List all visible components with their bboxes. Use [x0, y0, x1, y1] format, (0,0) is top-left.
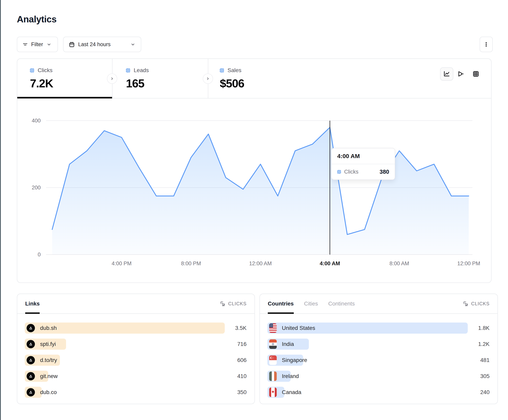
- tooltip-value: 380: [380, 169, 389, 175]
- filter-icon: [22, 42, 28, 47]
- date-range-button[interactable]: Last 24 hours: [63, 37, 141, 52]
- link-label: git.new: [40, 373, 58, 379]
- country-row[interactable]: India 1.2K: [267, 339, 490, 350]
- links-panel: Links CLICKS dub.sh 3.5K: [17, 294, 255, 404]
- line-chart-icon: [443, 70, 450, 78]
- kebab-menu-icon: [483, 42, 489, 47]
- dub-logo-icon: [27, 356, 35, 364]
- svg-text:0: 0: [38, 252, 41, 258]
- country-label: Ireland: [282, 373, 299, 379]
- flag-canada-icon: [269, 388, 277, 397]
- svg-text:4:00 AM: 4:00 AM: [320, 261, 340, 267]
- funnel-chart-icon[interactable]: [457, 70, 464, 78]
- leads-value: 165: [126, 77, 208, 90]
- clicks-label: Clicks: [38, 67, 52, 73]
- svg-text:4:00 PM: 4:00 PM: [112, 261, 132, 267]
- expand-clicks-button[interactable]: [107, 73, 117, 84]
- flag-india-icon: [269, 339, 277, 349]
- flag-singapore-icon: [269, 355, 277, 365]
- link-label: d.to/try: [40, 357, 57, 363]
- links-metric-selector[interactable]: CLICKS: [220, 301, 247, 307]
- country-label: Singapore: [282, 357, 307, 363]
- svg-text:12:00 PM: 12:00 PM: [457, 261, 480, 267]
- country-row[interactable]: Canada 240: [267, 387, 490, 398]
- svg-text:8:00 AM: 8:00 AM: [389, 261, 409, 267]
- links-rows: dub.sh 3.5K spti.fyi 716: [17, 314, 254, 398]
- active-tab-underline: [17, 97, 112, 98]
- cursor-click-icon: [220, 301, 226, 307]
- date-range-label: Last 24 hours: [78, 41, 111, 48]
- tab-sales[interactable]: Sales $506: [208, 59, 311, 98]
- country-label: India: [282, 341, 294, 347]
- tab-leads[interactable]: Leads 165: [112, 59, 208, 98]
- dub-logo-icon: [27, 372, 35, 380]
- metric-label-text: CLICKS: [471, 301, 490, 306]
- tab-clicks[interactable]: Clicks 7.2K: [17, 59, 112, 98]
- sales-legend-icon: [220, 68, 224, 72]
- link-row[interactable]: d.to/try 606: [25, 355, 247, 366]
- link-label: dub.co: [40, 389, 57, 395]
- svg-text:8:00 PM: 8:00 PM: [181, 261, 201, 267]
- sales-value: $506: [220, 77, 311, 90]
- calendar-icon: [69, 41, 75, 48]
- stats-tabs-row: Clicks 7.2K Leads 165 Sales $506: [17, 59, 491, 98]
- countries-panel: Countries Cities Continents CLICKS: [260, 294, 498, 404]
- countries-metric-selector[interactable]: CLICKS: [463, 301, 490, 307]
- country-row[interactable]: Singapore 481: [267, 355, 490, 366]
- filter-button[interactable]: Filter: [17, 37, 58, 52]
- chevron-down-icon: [46, 42, 52, 47]
- link-row[interactable]: dub.co 350: [25, 387, 247, 398]
- dub-logo-icon: [27, 340, 35, 348]
- chevron-right-icon: [206, 77, 210, 81]
- link-row[interactable]: dub.sh 3.5K: [25, 323, 247, 334]
- analytics-chart-card: Clicks 7.2K Leads 165 Sales $506: [17, 58, 492, 283]
- country-row[interactable]: United States 1.8K: [267, 323, 490, 334]
- expand-leads-button[interactable]: [203, 73, 213, 84]
- area-fill: [52, 127, 469, 254]
- tab-cities[interactable]: Cities: [304, 294, 318, 313]
- chevron-down-icon: [130, 42, 136, 47]
- countries-panel-header: Countries Cities Continents CLICKS: [260, 294, 498, 314]
- tooltip-series-label: Clicks: [344, 169, 359, 175]
- flag-united-states-icon: [269, 323, 277, 333]
- analytics-page: Analytics Filter Last 24 hours Cli: [0, 0, 508, 420]
- clicks-area-chart[interactable]: 400 200 0 4:00 PM 8:00 PM 12:00 AM 4:00 …: [17, 98, 492, 283]
- svg-text:200: 200: [32, 185, 41, 191]
- y-axis-ticks: 400 200 0: [32, 118, 41, 258]
- svg-text:400: 400: [32, 118, 41, 124]
- tab-links[interactable]: Links: [25, 294, 40, 313]
- link-row[interactable]: git.new 410: [25, 371, 247, 382]
- tab-continents[interactable]: Continents: [328, 294, 355, 313]
- dub-logo-icon: [27, 388, 35, 396]
- metric-label-text: CLICKS: [228, 301, 247, 306]
- more-options-button[interactable]: [480, 37, 493, 52]
- link-label: spti.fyi: [40, 341, 56, 347]
- links-panel-header: Links CLICKS: [17, 294, 254, 314]
- filter-button-label: Filter: [31, 41, 43, 48]
- leads-legend-icon: [126, 68, 130, 72]
- clicks-legend-icon: [337, 170, 341, 174]
- clicks-legend-icon: [30, 68, 34, 72]
- leads-label: Leads: [134, 67, 149, 73]
- dub-logo-icon: [27, 324, 35, 332]
- country-row[interactable]: Ireland 305: [267, 371, 490, 382]
- cursor-click-icon: [463, 301, 469, 307]
- chart-tooltip: 4:00 AM Clicks 380: [331, 148, 395, 180]
- x-axis-ticks: 4:00 PM 8:00 PM 12:00 AM 4:00 AM 8:00 AM…: [112, 261, 480, 267]
- svg-text:12:00 AM: 12:00 AM: [249, 261, 272, 267]
- clicks-value: 7.2K: [30, 77, 112, 90]
- countries-rows: United States 1.8K India 1.2K: [260, 314, 498, 398]
- country-label: Canada: [282, 389, 301, 395]
- page-title: Analytics: [17, 14, 57, 25]
- link-row[interactable]: spti.fyi 716: [25, 339, 247, 350]
- tooltip-time: 4:00 AM: [332, 148, 395, 164]
- chevron-right-icon: [110, 77, 114, 81]
- link-label: dub.sh: [40, 325, 57, 331]
- country-label: United States: [282, 325, 315, 331]
- window-edge-divider: [0, 0, 1, 420]
- sales-label: Sales: [228, 67, 241, 73]
- tab-countries[interactable]: Countries: [268, 294, 294, 313]
- flag-ireland-icon: [269, 371, 277, 381]
- table-view-icon[interactable]: [472, 70, 479, 78]
